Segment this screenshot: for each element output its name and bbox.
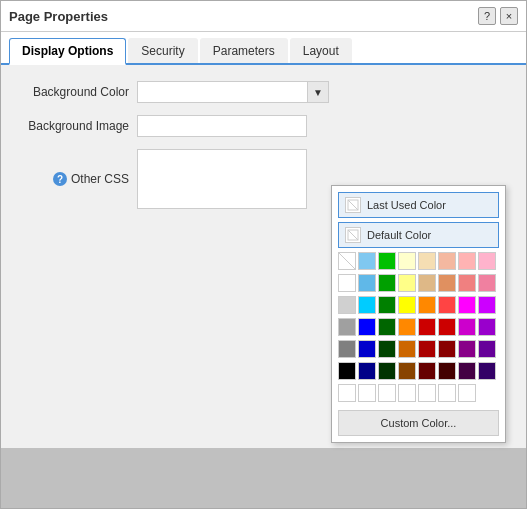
color-swatch[interactable] (398, 340, 416, 358)
svg-line-4 (339, 253, 355, 269)
background-color-row: Background Color ▼ (17, 81, 510, 103)
other-css-input[interactable] (137, 149, 307, 209)
color-swatch[interactable] (458, 362, 476, 380)
last-used-color-swatch (345, 197, 361, 213)
color-swatch[interactable] (378, 340, 396, 358)
color-swatch[interactable] (458, 274, 476, 292)
color-swatch[interactable] (478, 340, 496, 358)
title-buttons: ? × (478, 7, 518, 25)
color-swatch[interactable] (358, 318, 376, 336)
title-bar: Page Properties ? × (1, 1, 526, 32)
default-color-button[interactable]: Default Color (338, 222, 499, 248)
empty-swatch[interactable] (358, 384, 376, 402)
color-swatch[interactable] (378, 296, 396, 314)
color-swatch[interactable] (378, 362, 396, 380)
color-swatch[interactable] (378, 252, 396, 270)
color-swatch[interactable] (438, 252, 456, 270)
color-swatch[interactable] (418, 362, 436, 380)
background-color-input[interactable] (137, 81, 307, 103)
bottom-area (1, 448, 526, 508)
empty-swatch[interactable] (438, 384, 456, 402)
color-swatch[interactable] (398, 318, 416, 336)
color-swatch[interactable] (418, 296, 436, 314)
color-swatch[interactable] (438, 362, 456, 380)
color-input-wrapper: ▼ (137, 81, 329, 103)
empty-swatch[interactable] (418, 384, 436, 402)
tabs-bar: Display Options Security Parameters Layo… (1, 32, 526, 65)
background-image-input[interactable] (137, 115, 307, 137)
color-grid-row1 (338, 252, 499, 270)
empty-swatch[interactable] (338, 384, 356, 402)
last-used-color-button[interactable]: Last Used Color (338, 192, 499, 218)
empty-swatch[interactable] (458, 384, 476, 402)
help-title-button[interactable]: ? (478, 7, 496, 25)
color-swatch[interactable] (478, 296, 496, 314)
tab-layout[interactable]: Layout (290, 38, 352, 63)
color-swatch[interactable] (478, 274, 496, 292)
color-swatch[interactable] (458, 340, 476, 358)
dialog-title: Page Properties (9, 9, 108, 24)
color-swatch[interactable] (478, 318, 496, 336)
color-swatch[interactable] (398, 252, 416, 270)
color-swatch[interactable] (358, 274, 376, 292)
color-swatch[interactable] (418, 252, 436, 270)
default-color-label: Default Color (367, 229, 431, 241)
color-swatch[interactable] (358, 362, 376, 380)
color-swatch[interactable] (338, 296, 356, 314)
color-swatch[interactable] (358, 252, 376, 270)
color-swatch[interactable] (418, 274, 436, 292)
color-swatch[interactable] (358, 296, 376, 314)
empty-swatch[interactable] (378, 384, 396, 402)
background-image-row: Background Image (17, 115, 510, 137)
color-swatch[interactable] (438, 340, 456, 358)
background-image-label: Background Image (17, 119, 137, 133)
svg-line-1 (348, 200, 358, 210)
other-css-help-icon[interactable]: ? (53, 172, 67, 186)
svg-line-3 (348, 230, 358, 240)
color-swatch[interactable] (398, 362, 416, 380)
color-grid-row3 (338, 296, 499, 314)
color-swatch[interactable] (438, 274, 456, 292)
tab-security[interactable]: Security (128, 38, 197, 63)
color-swatch[interactable] (418, 340, 436, 358)
content-area: Background Color ▼ Background Image ? Ot… (1, 65, 526, 448)
page-properties-dialog: Page Properties ? × Display Options Secu… (0, 0, 527, 509)
tab-parameters[interactable]: Parameters (200, 38, 288, 63)
empty-swatches-row (338, 384, 499, 402)
color-swatch[interactable] (378, 274, 396, 292)
color-swatch[interactable] (438, 318, 456, 336)
color-swatch[interactable] (338, 252, 356, 270)
color-swatch[interactable] (458, 296, 476, 314)
default-color-swatch (345, 227, 361, 243)
color-dropdown-button[interactable]: ▼ (307, 81, 329, 103)
color-picker-dropdown: Last Used Color Default Color (331, 185, 506, 443)
color-swatch[interactable] (398, 296, 416, 314)
color-grid-row5 (338, 340, 499, 358)
color-swatch[interactable] (438, 296, 456, 314)
color-swatch[interactable] (338, 274, 356, 292)
color-swatch[interactable] (398, 274, 416, 292)
color-swatch[interactable] (378, 318, 396, 336)
empty-swatch[interactable] (398, 384, 416, 402)
color-swatch[interactable] (338, 340, 356, 358)
other-css-label: Other CSS (71, 172, 129, 186)
color-swatch[interactable] (458, 252, 476, 270)
close-title-button[interactable]: × (500, 7, 518, 25)
other-css-label-wrapper: ? Other CSS (17, 172, 137, 186)
color-swatch[interactable] (338, 318, 356, 336)
color-swatch[interactable] (478, 252, 496, 270)
color-grid-row4 (338, 318, 499, 336)
color-swatch[interactable] (458, 318, 476, 336)
color-swatch[interactable] (418, 318, 436, 336)
color-swatch[interactable] (338, 362, 356, 380)
color-grid-row2 (338, 274, 499, 292)
tab-display-options[interactable]: Display Options (9, 38, 126, 65)
custom-color-button[interactable]: Custom Color... (338, 410, 499, 436)
last-used-color-label: Last Used Color (367, 199, 446, 211)
background-color-label: Background Color (17, 85, 137, 99)
color-swatch[interactable] (358, 340, 376, 358)
color-grid-row6 (338, 362, 499, 380)
color-swatch[interactable] (478, 362, 496, 380)
